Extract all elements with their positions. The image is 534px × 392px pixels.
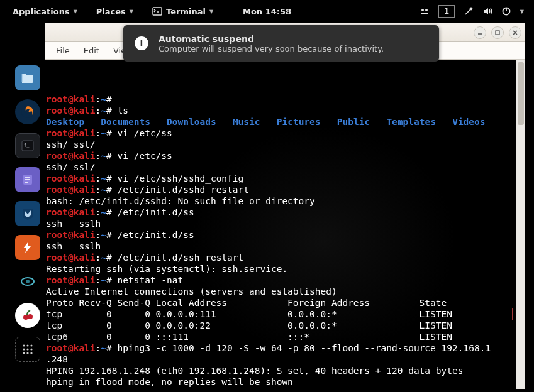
svg-point-18 — [23, 348, 25, 350]
notification-title: Automatic suspend — [159, 34, 384, 44]
terminal-line: root@kali:~# /etc/init.d/ss — [46, 207, 524, 218]
dock-cherrytree[interactable] — [15, 303, 40, 328]
dock-files[interactable] — [15, 65, 40, 90]
terminal-line: ssh sslh — [46, 218, 524, 229]
terminal-window: File Edit View root@kali:~# root@kali:~#… — [9, 23, 525, 388]
workspace-indicator[interactable]: 1 — [438, 5, 455, 18]
maximize-button[interactable] — [491, 26, 504, 39]
terminal-line: HPING 192.168.1.248 (eth0 192.168.1.248)… — [46, 365, 524, 376]
svg-point-19 — [26, 348, 28, 350]
svg-point-23 — [30, 352, 32, 354]
terminal-line: root@kali:~# — [46, 94, 524, 105]
places-menu[interactable]: Places ▼ — [87, 0, 142, 23]
close-button[interactable] — [509, 26, 521, 39]
terminal-line: bash: /etc/init.d/sshd: No such file or … — [46, 195, 524, 207]
terminal-line: ssh/ ssl/ — [46, 161, 524, 173]
terminal-line: root@kali:~# /etc/init.d/sshd restart — [46, 184, 524, 195]
svg-point-21 — [23, 352, 25, 354]
terminal-line: root@kali:~# vi /etc/ss — [46, 150, 524, 161]
terminal-line: Proto Recv-Q Send-Q Local Address Foreig… — [46, 297, 524, 308]
clock[interactable]: Mon 14:58 — [234, 0, 300, 23]
workspace-number: 1 — [444, 7, 449, 16]
app-indicator[interactable]: Terminal ▼ — [143, 0, 222, 23]
terminal-line: hping in flood mode, no replies will be … — [46, 376, 524, 388]
terminal-line: Active Internet connections (servers and… — [46, 286, 524, 297]
terminal-line: root@kali:~# /etc/init.d/ss — [46, 229, 524, 241]
terminal-line: Desktop Documents Downloads Music Pictur… — [46, 116, 524, 128]
terminal-line: Restarting ssh (via systemctl): ssh.serv… — [46, 263, 524, 275]
terminal-line: ssh/ ssl/ — [46, 139, 524, 150]
svg-point-15 — [23, 344, 25, 346]
power-icon[interactable] — [501, 6, 511, 16]
chevron-down-icon: ▼ — [209, 9, 213, 14]
svg-point-16 — [26, 344, 28, 346]
svg-point-4 — [470, 8, 472, 9]
terminal-line: root@kali:~# hping3 -c 1000 -d 120 -S -w… — [46, 342, 524, 354]
notification-toast[interactable]: i Automatic suspend Computer will suspen… — [123, 25, 439, 62]
scrollbar-thumb[interactable] — [518, 62, 524, 125]
dock-metasploit[interactable] — [15, 201, 40, 226]
terminal-line: root@kali:~# /etc/init.d/ssh restart — [46, 252, 524, 263]
terminal-line: .248 — [46, 354, 524, 365]
menu-file[interactable]: File — [50, 44, 76, 57]
screencast-icon[interactable] — [420, 6, 430, 16]
terminal-line: tcp 0 0 0.0.0.0:22 0.0.0.0:* LISTEN — [46, 320, 524, 331]
terminal-line: root@kali:~# netstat -nat — [46, 275, 524, 286]
top-panel: Applications ▼ Places ▼ Terminal ▼ Mon 1… — [0, 0, 534, 23]
chevron-down-icon: ▼ — [130, 9, 133, 14]
applications-menu[interactable]: Applications ▼ — [4, 0, 86, 23]
terminal-line: root@kali:~# vi /etc/ssh/sshd_config — [46, 173, 524, 184]
chevron-down-icon: ▼ — [520, 9, 524, 14]
dock-terminal[interactable]: $_ — [15, 133, 40, 158]
svg-point-1 — [421, 9, 424, 11]
terminal-line: root@kali:~# ls — [46, 105, 524, 116]
svg-point-20 — [30, 348, 32, 350]
svg-point-22 — [26, 352, 28, 354]
scrollbar[interactable] — [516, 60, 525, 389]
menu-edit[interactable]: Edit — [77, 44, 106, 57]
notification-body: Computer will suspend very soon because … — [159, 44, 384, 53]
terminal-line: tcp6 0 0 :::111 :::* LISTEN — [46, 331, 524, 342]
terminal-icon — [152, 6, 162, 16]
dock-show-apps[interactable] — [15, 337, 40, 362]
svg-point-13 — [23, 315, 28, 320]
dock: $_ — [15, 65, 47, 362]
svg-point-17 — [30, 344, 32, 346]
minimize-button[interactable] — [474, 26, 486, 39]
terminal-line: tcp 0 0 0.0.0.0:111 0.0.0.0:* LISTEN — [46, 308, 524, 320]
chevron-down-icon: ▼ — [74, 9, 77, 14]
dock-burp[interactable] — [15, 235, 40, 260]
svg-point-2 — [425, 9, 428, 11]
settings-quick-icon[interactable] — [464, 6, 474, 16]
svg-rect-3 — [421, 13, 428, 14]
dock-firefox[interactable] — [15, 99, 40, 124]
app-indicator-label: Terminal — [166, 7, 206, 16]
places-label: Places — [96, 7, 126, 16]
clock-label: Mon 14:58 — [243, 7, 291, 16]
terminal-line: ssh sslh — [46, 241, 524, 252]
info-icon: i — [135, 36, 148, 50]
svg-point-14 — [28, 314, 33, 319]
applications-label: Applications — [13, 7, 70, 16]
terminal-body[interactable]: root@kali:~# root@kali:~# lsDesktop Docu… — [45, 60, 525, 389]
dock-text-editor[interactable] — [15, 167, 40, 192]
volume-icon[interactable] — [482, 6, 492, 16]
svg-rect-6 — [496, 31, 499, 35]
terminal-line: root@kali:~# vi /etc/ss — [46, 128, 524, 139]
svg-text:$_: $_ — [24, 143, 30, 148]
svg-point-12 — [26, 280, 30, 283]
terminal-line — [46, 388, 524, 389]
dock-maltego[interactable] — [15, 269, 40, 294]
